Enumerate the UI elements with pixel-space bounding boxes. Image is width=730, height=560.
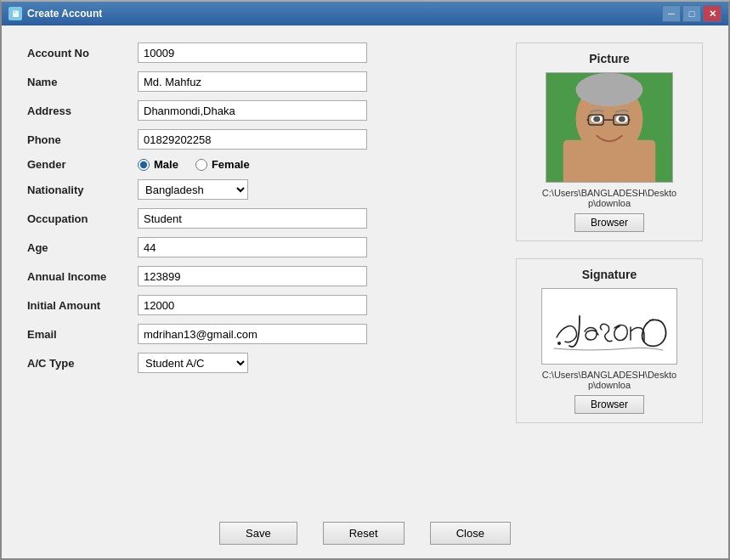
svg-point-15 (557, 342, 561, 345)
email-label: Email (27, 328, 138, 341)
name-input[interactable] (138, 71, 367, 92)
svg-point-7 (593, 116, 600, 122)
address-row: Address (27, 100, 499, 121)
nationality-row: Nationality Bangladesh India Pakistan Ot… (27, 179, 499, 200)
name-label: Name (27, 76, 138, 88)
picture-title: Picture (589, 52, 629, 65)
window-controls: ─ □ ✕ (662, 5, 722, 22)
account-no-label: Account No (27, 47, 138, 59)
initial-amount-input[interactable] (138, 295, 367, 315)
picture-image (546, 72, 672, 183)
picture-section: Picture (516, 42, 703, 241)
close-button[interactable]: Close (430, 522, 511, 545)
ac-type-row: A/C Type Student A/C Savings A/C Current… (27, 353, 499, 373)
name-row: Name (27, 71, 499, 92)
age-row: Age (27, 237, 499, 257)
form-panel: Account No Name Address Phone Gender (27, 42, 499, 495)
signature-title: Signature (582, 268, 637, 281)
annual-income-label: Annual Income (27, 270, 138, 283)
main-window: 🖥 Create Account ─ □ ✕ Account No Name A… (0, 0, 730, 560)
phone-row: Phone (27, 129, 499, 150)
minimize-button[interactable]: ─ (662, 5, 681, 22)
picture-path: C:\Users\BANGLADESH\Desktop\downloa (541, 188, 677, 208)
save-button[interactable]: Save (219, 522, 297, 545)
gender-row: Gender Male Female (27, 158, 499, 171)
address-input[interactable] (138, 100, 367, 121)
ac-type-label: A/C Type (27, 357, 138, 370)
initial-amount-label: Initial Amount (27, 299, 138, 312)
gender-female-option[interactable]: Female (195, 158, 250, 171)
age-input[interactable] (138, 237, 367, 257)
email-row: Email (27, 324, 499, 344)
svg-point-8 (619, 116, 625, 122)
occupation-input[interactable] (138, 208, 367, 229)
signature-path: C:\Users\BANGLADESH\Desktop\downloa (541, 370, 677, 390)
account-no-row: Account No (27, 42, 499, 63)
right-panel: Picture (516, 42, 703, 495)
gender-female-radio[interactable] (195, 159, 207, 171)
signature-frame (541, 288, 677, 365)
nationality-select[interactable]: Bangladesh India Pakistan Others (138, 179, 248, 200)
picture-frame (546, 72, 673, 183)
gender-male-option[interactable]: Male (138, 158, 178, 171)
picture-browser-button[interactable]: Browser (574, 213, 644, 232)
title-bar: 🖥 Create Account ─ □ ✕ (2, 2, 728, 25)
bottom-bar: Save Reset Close (2, 512, 728, 558)
age-label: Age (27, 241, 138, 254)
reset-button[interactable]: Reset (323, 522, 405, 545)
gender-male-label: Male (154, 158, 178, 171)
occupation-label: Occupation (27, 212, 138, 225)
signature-browser-button[interactable]: Browser (574, 395, 644, 414)
gender-female-label: Female (212, 158, 250, 171)
svg-rect-14 (544, 291, 676, 363)
gender-male-radio[interactable] (138, 159, 150, 171)
gender-label: Gender (27, 158, 138, 171)
maximize-button[interactable]: □ (682, 5, 701, 22)
signature-section: Signature (516, 258, 703, 423)
account-no-input[interactable] (138, 42, 367, 63)
initial-amount-row: Initial Amount (27, 295, 499, 315)
main-content: Account No Name Address Phone Gender (2, 25, 728, 512)
window-title: Create Account (27, 8, 102, 20)
ac-type-select[interactable]: Student A/C Savings A/C Current A/C (138, 353, 248, 373)
app-icon: 🖥 (8, 7, 22, 20)
gender-group: Male Female (138, 158, 250, 171)
phone-input[interactable] (138, 129, 367, 150)
address-label: Address (27, 105, 138, 117)
close-window-button[interactable]: ✕ (703, 5, 722, 22)
annual-income-row: Annual Income (27, 266, 499, 286)
email-input[interactable] (138, 324, 367, 344)
phone-label: Phone (27, 133, 138, 146)
nationality-label: Nationality (27, 184, 138, 196)
signature-image (544, 291, 676, 363)
annual-income-input[interactable] (138, 266, 367, 286)
svg-point-4 (576, 73, 643, 106)
occupation-row: Occupation (27, 208, 499, 229)
